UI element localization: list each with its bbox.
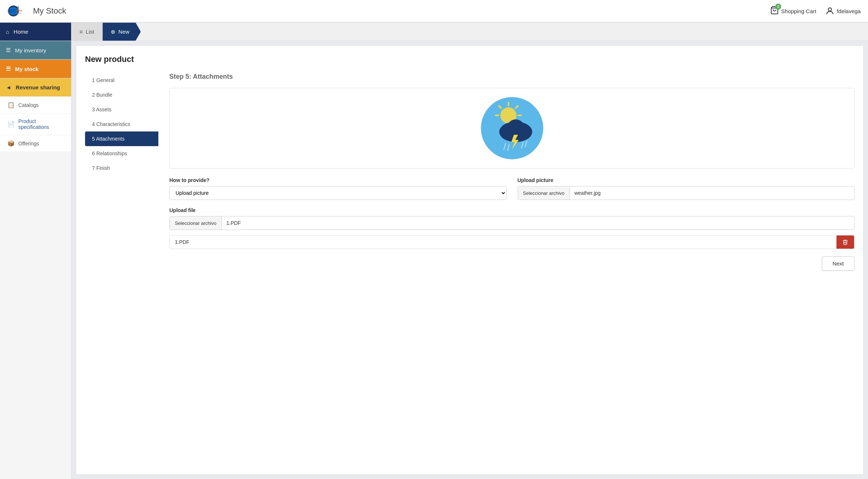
header: FI WARE tmforum My Stock 0 Shopping Cart: [0, 0, 868, 23]
offerings-icon: 📦: [7, 140, 15, 147]
picture-filename: weather.jpg: [570, 190, 605, 196]
select-picture-button[interactable]: Seleccionar archivo: [518, 186, 570, 200]
upload-file-label: Upload file: [169, 207, 854, 213]
new-tab-icon: ⊕: [111, 29, 115, 35]
form-area: New product 1 General 2 Bundle 3 Assets …: [76, 45, 864, 475]
sidebar-home-label: Home: [14, 29, 28, 35]
catalogs-icon: 📋: [7, 101, 15, 108]
offerings-label: Offerings: [18, 141, 39, 146]
catalogs-label: Catalogs: [18, 102, 38, 108]
home-icon: ⌂: [6, 29, 9, 35]
tab-new[interactable]: ⊕ New: [103, 23, 141, 41]
how-to-provide-group: How to provide? Upload picture External …: [169, 177, 507, 200]
weather-illustration: [479, 95, 545, 161]
sidebar: ⌂ Home ☰ My inventory ☰ My stock ◄ Reven…: [0, 23, 71, 479]
upload-file-group: Upload file Seleccionar archivo 1.PDF: [169, 207, 854, 230]
upload-picture-group: Upload picture Seleccionar archivo weath…: [518, 177, 855, 200]
stock-icon: ☰: [6, 66, 11, 72]
user-icon: [825, 6, 835, 16]
header-title: My Stock: [33, 6, 66, 16]
sidebar-stock-label: My stock: [15, 66, 38, 72]
revenue-icon: ◄: [6, 84, 11, 90]
main-layout: ⌂ Home ☰ My inventory ☰ My stock ◄ Reven…: [0, 23, 868, 479]
step-bundle[interactable]: 2 Bundle: [85, 88, 158, 102]
sidebar-item-product-specifications[interactable]: 📄 Product specifications: [0, 114, 71, 135]
step-title: Step 5: Attachments: [169, 73, 854, 81]
provide-row: How to provide? Upload picture External …: [169, 177, 854, 200]
svg-point-7: [828, 8, 832, 11]
step-general[interactable]: 1 General: [85, 73, 158, 88]
user-menu[interactable]: fdelavega: [825, 6, 861, 16]
sidebar-item-offerings[interactable]: 📦 Offerings: [0, 135, 71, 152]
tabs-bar: ≡ List ⊕ New: [71, 23, 868, 41]
image-preview: [169, 88, 854, 168]
sidebar-revenue-label: Revenue sharing: [16, 84, 60, 90]
upload-picture-label: Upload picture: [518, 177, 855, 183]
how-to-provide-label: How to provide?: [169, 177, 507, 183]
pdf-name: 1.PDF: [170, 235, 836, 249]
step-content: Step 5: Attachments: [158, 73, 854, 271]
sidebar-item-my-stock[interactable]: ☰ My stock: [0, 60, 71, 78]
tab-list[interactable]: ≡ List: [71, 23, 103, 41]
inventory-icon: ☰: [6, 47, 11, 53]
cart-icon-wrap: 0: [770, 6, 779, 16]
svg-point-19: [517, 124, 530, 137]
cart-badge: 0: [775, 4, 781, 10]
sidebar-item-revenue-sharing[interactable]: ◄ Revenue sharing: [0, 78, 71, 97]
steps-sidebar: 1 General 2 Bundle 3 Assets 4 Characteri…: [85, 73, 158, 271]
sidebar-item-home[interactable]: ⌂ Home: [0, 23, 71, 41]
product-spec-icon: 📄: [7, 121, 15, 128]
svg-text:WARE: WARE: [16, 10, 22, 12]
upload-file-input: Seleccionar archivo 1.PDF: [169, 216, 854, 230]
trash-icon: [842, 239, 848, 245]
sidebar-inventory-label: My inventory: [15, 47, 46, 53]
main-content: ≡ List ⊕ New New product 1 General 2 Bun…: [71, 23, 868, 479]
username-label: fdelavega: [837, 8, 861, 14]
pdf-list-item: 1.PDF: [169, 235, 854, 249]
sidebar-sub-menu: 📋 Catalogs 📄 Product specifications 📦 Of…: [0, 97, 71, 152]
form-title: New product: [85, 55, 854, 64]
list-tab-label: List: [86, 29, 94, 35]
upload-picture-input: Seleccionar archivo weather.jpg: [518, 186, 855, 200]
sidebar-item-my-inventory[interactable]: ☰ My inventory: [0, 41, 71, 60]
next-button[interactable]: Next: [822, 256, 854, 271]
step-attachments[interactable]: 5 Attachments: [85, 131, 158, 146]
header-right: 0 Shopping Cart fdelavega: [770, 6, 861, 16]
svg-text:FI: FI: [16, 6, 19, 9]
shopping-cart-button[interactable]: 0 Shopping Cart: [770, 6, 816, 16]
form-body: 1 General 2 Bundle 3 Assets 4 Characteri…: [85, 73, 854, 271]
sidebar-item-catalogs[interactable]: 📋 Catalogs: [0, 97, 71, 114]
product-spec-label: Product specifications: [18, 118, 65, 130]
step-characteristics[interactable]: 4 Characteristics: [85, 117, 158, 131]
svg-text:tmforum: tmforum: [15, 12, 22, 14]
step-relationships[interactable]: 6 Relationships: [85, 146, 158, 161]
next-btn-row: Next: [169, 256, 854, 271]
how-to-provide-select[interactable]: Upload picture External URL: [169, 186, 507, 200]
list-tab-icon: ≡: [80, 29, 83, 35]
cart-label: Shopping Cart: [781, 8, 816, 14]
logo: FI WARE tmforum My Stock: [7, 2, 66, 20]
step-assets[interactable]: 3 Assets: [85, 102, 158, 117]
delete-pdf-button[interactable]: [836, 235, 854, 249]
select-file-button[interactable]: Seleccionar archivo: [170, 216, 222, 230]
file-filename: 1.PDF: [222, 220, 245, 226]
logo-icon: FI WARE tmforum: [7, 2, 26, 20]
step-finish[interactable]: 7 Finish: [85, 161, 158, 175]
new-tab-label: New: [118, 29, 129, 35]
